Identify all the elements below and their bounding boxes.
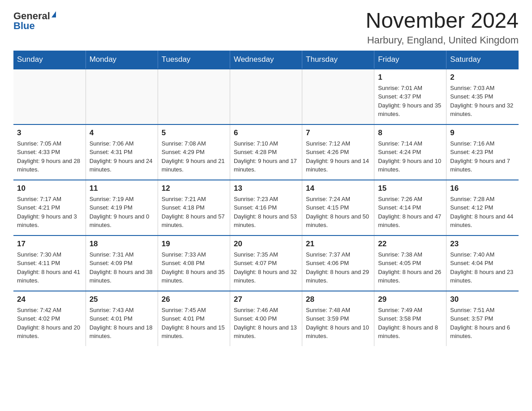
day-number: 1 <box>378 73 442 82</box>
calendar-cell: 10Sunrise: 7:17 AMSunset: 4:21 PMDayligh… <box>13 180 86 235</box>
calendar-cell: 16Sunrise: 7:28 AMSunset: 4:12 PMDayligh… <box>446 180 519 235</box>
calendar-cell <box>230 69 302 124</box>
calendar-cell: 2Sunrise: 7:03 AMSunset: 4:35 PMDaylight… <box>446 69 519 124</box>
day-number: 2 <box>450 73 515 82</box>
calendar-cell: 23Sunrise: 7:40 AMSunset: 4:04 PMDayligh… <box>446 235 519 291</box>
day-info: Sunrise: 7:03 AMSunset: 4:35 PMDaylight:… <box>450 84 515 119</box>
day-info: Sunrise: 7:17 AMSunset: 4:21 PMDaylight:… <box>17 195 82 230</box>
calendar-cell: 7Sunrise: 7:12 AMSunset: 4:26 PMDaylight… <box>302 124 374 180</box>
day-info: Sunrise: 7:16 AMSunset: 4:23 PMDaylight:… <box>450 139 515 174</box>
weekday-header-friday: Friday <box>374 51 446 69</box>
day-info: Sunrise: 7:30 AMSunset: 4:11 PMDaylight:… <box>17 250 82 285</box>
calendar-body: 1Sunrise: 7:01 AMSunset: 4:37 PMDaylight… <box>13 69 519 346</box>
day-info: Sunrise: 7:28 AMSunset: 4:12 PMDaylight:… <box>450 195 515 230</box>
calendar-cell: 11Sunrise: 7:19 AMSunset: 4:19 PMDayligh… <box>86 180 158 235</box>
calendar-cell: 14Sunrise: 7:24 AMSunset: 4:15 PMDayligh… <box>302 180 374 235</box>
day-info: Sunrise: 7:05 AMSunset: 4:33 PMDaylight:… <box>17 139 82 174</box>
day-number: 19 <box>162 240 226 248</box>
weekday-header-wednesday: Wednesday <box>230 51 302 69</box>
calendar-cell: 8Sunrise: 7:14 AMSunset: 4:24 PMDaylight… <box>374 124 446 180</box>
day-number: 8 <box>378 128 442 137</box>
logo: General Blue <box>13 9 56 31</box>
day-number: 24 <box>17 295 82 304</box>
calendar-week-2: 10Sunrise: 7:17 AMSunset: 4:21 PMDayligh… <box>13 180 519 235</box>
day-number: 17 <box>17 240 82 248</box>
month-title: November 2024 <box>365 9 519 33</box>
day-number: 5 <box>162 128 226 137</box>
day-number: 30 <box>450 295 515 304</box>
day-info: Sunrise: 7:06 AMSunset: 4:31 PMDaylight:… <box>90 139 154 174</box>
day-info: Sunrise: 7:45 AMSunset: 4:01 PMDaylight:… <box>162 306 226 341</box>
calendar-cell: 15Sunrise: 7:26 AMSunset: 4:14 PMDayligh… <box>374 180 446 235</box>
day-info: Sunrise: 7:31 AMSunset: 4:09 PMDaylight:… <box>90 250 154 285</box>
title-area: November 2024 Harbury, England, United K… <box>365 9 519 46</box>
calendar-week-1: 3Sunrise: 7:05 AMSunset: 4:33 PMDaylight… <box>13 124 519 180</box>
day-number: 4 <box>90 128 154 137</box>
day-info: Sunrise: 7:42 AMSunset: 4:02 PMDaylight:… <box>17 306 82 341</box>
calendar-cell: 6Sunrise: 7:10 AMSunset: 4:28 PMDaylight… <box>230 124 302 180</box>
calendar-week-3: 17Sunrise: 7:30 AMSunset: 4:11 PMDayligh… <box>13 235 519 291</box>
calendar-cell: 24Sunrise: 7:42 AMSunset: 4:02 PMDayligh… <box>13 291 86 346</box>
calendar-cell: 17Sunrise: 7:30 AMSunset: 4:11 PMDayligh… <box>13 235 86 291</box>
day-info: Sunrise: 7:51 AMSunset: 3:57 PMDaylight:… <box>450 306 515 341</box>
day-number: 11 <box>90 184 154 193</box>
day-number: 9 <box>450 128 515 137</box>
day-info: Sunrise: 7:33 AMSunset: 4:08 PMDaylight:… <box>162 250 226 285</box>
logo-triangle-icon <box>51 11 56 17</box>
calendar-week-0: 1Sunrise: 7:01 AMSunset: 4:37 PMDaylight… <box>13 69 519 124</box>
calendar-cell: 26Sunrise: 7:45 AMSunset: 4:01 PMDayligh… <box>158 291 230 346</box>
calendar-cell: 13Sunrise: 7:23 AMSunset: 4:16 PMDayligh… <box>230 180 302 235</box>
page-header: General Blue November 2024 Harbury, Engl… <box>13 9 519 46</box>
weekday-header-tuesday: Tuesday <box>158 51 230 69</box>
day-info: Sunrise: 7:46 AMSunset: 4:00 PMDaylight:… <box>234 306 298 341</box>
day-number: 7 <box>306 128 370 137</box>
day-number: 21 <box>306 240 370 248</box>
day-number: 6 <box>234 128 298 137</box>
day-number: 10 <box>17 184 82 193</box>
calendar-cell: 28Sunrise: 7:48 AMSunset: 3:59 PMDayligh… <box>302 291 374 346</box>
day-number: 16 <box>450 184 515 193</box>
day-info: Sunrise: 7:48 AMSunset: 3:59 PMDaylight:… <box>306 306 370 341</box>
calendar-cell: 9Sunrise: 7:16 AMSunset: 4:23 PMDaylight… <box>446 124 519 180</box>
weekday-header-row: SundayMondayTuesdayWednesdayThursdayFrid… <box>13 51 519 69</box>
day-number: 22 <box>378 240 442 248</box>
day-info: Sunrise: 7:40 AMSunset: 4:04 PMDaylight:… <box>450 250 515 285</box>
calendar-cell <box>158 69 230 124</box>
day-number: 12 <box>162 184 226 193</box>
day-info: Sunrise: 7:26 AMSunset: 4:14 PMDaylight:… <box>378 195 442 230</box>
day-number: 13 <box>234 184 298 193</box>
day-number: 3 <box>17 128 82 137</box>
calendar-cell <box>13 69 86 124</box>
day-info: Sunrise: 7:12 AMSunset: 4:26 PMDaylight:… <box>306 139 370 174</box>
logo-blue-text: Blue <box>13 21 35 31</box>
day-number: 28 <box>306 295 370 304</box>
calendar-table: SundayMondayTuesdayWednesdayThursdayFrid… <box>13 51 519 346</box>
day-info: Sunrise: 7:08 AMSunset: 4:29 PMDaylight:… <box>162 139 226 174</box>
day-number: 14 <box>306 184 370 193</box>
day-info: Sunrise: 7:23 AMSunset: 4:16 PMDaylight:… <box>234 195 298 230</box>
day-info: Sunrise: 7:38 AMSunset: 4:05 PMDaylight:… <box>378 250 442 285</box>
day-info: Sunrise: 7:35 AMSunset: 4:07 PMDaylight:… <box>234 250 298 285</box>
calendar-cell: 12Sunrise: 7:21 AMSunset: 4:18 PMDayligh… <box>158 180 230 235</box>
calendar-cell <box>86 69 158 124</box>
day-number: 18 <box>90 240 154 248</box>
day-info: Sunrise: 7:01 AMSunset: 4:37 PMDaylight:… <box>378 84 442 119</box>
day-number: 26 <box>162 295 226 304</box>
calendar-cell: 30Sunrise: 7:51 AMSunset: 3:57 PMDayligh… <box>446 291 519 346</box>
calendar-cell: 4Sunrise: 7:06 AMSunset: 4:31 PMDaylight… <box>86 124 158 180</box>
calendar-cell: 21Sunrise: 7:37 AMSunset: 4:06 PMDayligh… <box>302 235 374 291</box>
logo-general-text: General <box>13 11 50 21</box>
calendar-cell: 29Sunrise: 7:49 AMSunset: 3:58 PMDayligh… <box>374 291 446 346</box>
weekday-header-sunday: Sunday <box>13 51 86 69</box>
weekday-header-saturday: Saturday <box>446 51 519 69</box>
day-number: 29 <box>378 295 442 304</box>
calendar-cell: 25Sunrise: 7:43 AMSunset: 4:01 PMDayligh… <box>86 291 158 346</box>
day-info: Sunrise: 7:21 AMSunset: 4:18 PMDaylight:… <box>162 195 226 230</box>
calendar-week-4: 24Sunrise: 7:42 AMSunset: 4:02 PMDayligh… <box>13 291 519 346</box>
day-info: Sunrise: 7:10 AMSunset: 4:28 PMDaylight:… <box>234 139 298 174</box>
day-number: 23 <box>450 240 515 248</box>
location-subtitle: Harbury, England, United Kingdom <box>365 34 519 46</box>
calendar-header: SundayMondayTuesdayWednesdayThursdayFrid… <box>13 51 519 69</box>
day-info: Sunrise: 7:43 AMSunset: 4:01 PMDaylight:… <box>90 306 154 341</box>
calendar-cell: 22Sunrise: 7:38 AMSunset: 4:05 PMDayligh… <box>374 235 446 291</box>
